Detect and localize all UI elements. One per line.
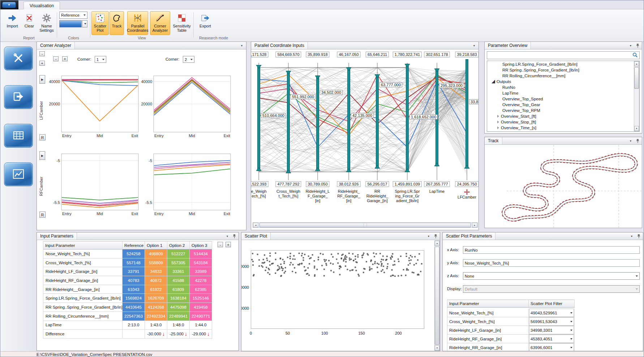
sidebar-button-tools[interactable]	[4, 47, 33, 70]
parameter-value-cell[interactable]: -30.000↓	[145, 330, 167, 339]
pin-icon[interactable]	[231, 234, 237, 239]
parameter-value-cell[interactable]: 557148	[123, 258, 145, 267]
column-header[interactable]: Option 2	[167, 241, 190, 249]
parameter-value-cell[interactable]: 33791	[123, 267, 145, 276]
scrollbar-thumb[interactable]: ⋮⋮	[259, 223, 471, 227]
parameter-search-box[interactable]	[487, 51, 640, 59]
parameter-value-cell[interactable]: 419458	[190, 303, 212, 312]
parameter-value-cell[interactable]: 34833	[145, 267, 167, 276]
parameter-value-cell[interactable]	[123, 330, 145, 339]
pin-icon[interactable]	[635, 138, 640, 144]
parameter-value-cell[interactable]: 61822	[145, 285, 167, 294]
pin-icon[interactable]	[635, 43, 640, 48]
color-swatch[interactable]	[59, 20, 82, 27]
tree-item[interactable]: Overview_Top_Gear	[487, 102, 634, 108]
column-header[interactable]: Option 3	[190, 241, 212, 249]
tree-item[interactable]: LapTime	[487, 90, 634, 96]
zoom-out-button[interactable]: -	[39, 51, 45, 56]
axis-max-value[interactable]: 65,646.211	[366, 52, 389, 57]
parameter-value-cell[interactable]: 40783	[123, 276, 145, 285]
row2-reset-button[interactable]: R	[39, 212, 46, 218]
scatter-plot-canvas[interactable]	[251, 251, 424, 328]
scatter-plot-area[interactable]	[251, 250, 424, 329]
axis-min-value[interactable]: 1,459,891.039	[393, 181, 422, 187]
sidebar-button-line-chart[interactable]	[4, 162, 33, 186]
axis-min-value[interactable]: 56,295.017	[365, 181, 389, 187]
parameter-value-cell[interactable]: 558809	[145, 258, 167, 267]
parameter-value-cell[interactable]: 1626709	[145, 294, 167, 303]
parameter-value-cell[interactable]: 22489941	[167, 312, 190, 321]
parallel-coordinates-button[interactable]: Parallel Coordinates	[127, 11, 148, 35]
scroll-up-button[interactable]: ▲	[435, 241, 439, 246]
axis-min-value[interactable]: 30,789.050	[306, 181, 329, 187]
reference-dropdown[interactable]: Reference	[59, 12, 87, 19]
axis-max-value[interactable]: 302,651.178	[424, 52, 450, 57]
parameter-value-cell[interactable]: 543184	[190, 258, 212, 267]
scroll-up-button[interactable]: ▲	[634, 61, 639, 66]
input-parameter-row[interactable]: RideHeight_LF_Garage_[in]337913483333361…	[43, 267, 212, 276]
input-parameter-row[interactable]: Difference-30.000↓-25.000↓-29.000↓	[43, 330, 212, 339]
corner-chart-lf-2[interactable]: 4000020000EntryMidExit	[139, 74, 231, 139]
axis-label[interactable]: RideHeight_LF_Garage_[in]	[300, 189, 335, 203]
parameter-value-cell[interactable]: 1638184	[167, 294, 190, 303]
parameter-value-cell[interactable]: 514434	[190, 249, 212, 258]
parameter-value-cell[interactable]: 22547363	[123, 312, 145, 321]
parameter-value-cell[interactable]: 512227	[167, 249, 190, 258]
filter-value-select[interactable]: 63996,6001	[529, 343, 574, 351]
collapse-icon[interactable]	[491, 80, 495, 83]
parameter-value-cell[interactable]: 33989	[190, 267, 212, 276]
filter-value-select[interactable]: 49043,529961	[529, 309, 574, 317]
color-swatch-dropdown[interactable]	[82, 20, 87, 27]
parameter-value-cell[interactable]: 22492334	[145, 312, 167, 321]
parameter-value-cell[interactable]: 1:43.0	[145, 321, 167, 330]
tree-item[interactable]: Spring.LR.Spring_Force_Gradient_[lb/in]	[487, 61, 634, 67]
panel-menu-icon[interactable]: ▼	[224, 234, 230, 239]
axis-max-value[interactable]: 39,218.583	[455, 52, 478, 57]
axis-max-value[interactable]: 1,780,322.741	[393, 52, 422, 57]
scroll-left-button[interactable]: ◄	[253, 223, 258, 227]
remove-option-button[interactable]: -	[218, 242, 223, 247]
row2-expander-button[interactable]: ▶	[39, 151, 45, 160]
axis-max-value[interactable]: 46,167.050	[337, 52, 360, 57]
sidebar-button-data-table[interactable]	[4, 124, 33, 148]
vertical-scrollbar[interactable]: ▲ ▼	[434, 240, 440, 351]
parallel-coordinates-canvas[interactable]	[251, 59, 479, 189]
pin-icon[interactable]	[433, 234, 438, 239]
application-menu-button[interactable]: ▼	[2, 2, 16, 8]
tree-item[interactable]: Overview_Top_RPM	[487, 108, 634, 113]
parameter-value-cell[interactable]: 40872	[145, 276, 167, 285]
input-parameter-row[interactable]: Nose_Weight_Tech_[%]52425849880951222751…	[43, 249, 212, 258]
parameter-value-cell[interactable]: 62385	[190, 285, 212, 294]
tree-item[interactable]: RR Rolling_Circumference__[mm]	[487, 73, 634, 79]
tree-item[interactable]: RR Spring..Spring_Force_Gradient_[lb/in]	[487, 67, 634, 73]
sidebar-button-report-export[interactable]	[4, 85, 33, 109]
axis-max-value[interactable]: ,171.528	[251, 52, 268, 57]
panel-menu-icon[interactable]: ▼	[239, 43, 245, 48]
x-axis-field[interactable]: RunNo	[463, 246, 640, 254]
name-settings-button[interactable]: Name Settings	[37, 11, 56, 35]
input-parameter-row[interactable]: Spring.LR.Spring_Force_Gradient_[lb/in]1…	[43, 294, 212, 303]
parameter-value-cell[interactable]: 1569824	[123, 294, 145, 303]
parameter-value-cell[interactable]: 2:13.0	[123, 321, 145, 330]
pin-icon[interactable]	[636, 234, 641, 239]
axis-min-value[interactable]: 38,012.926	[337, 181, 360, 187]
input-parameter-row[interactable]: RR RideHeight__Garage_[in]61043618226180…	[43, 285, 212, 294]
filter-value-select[interactable]: 569961,53043	[529, 317, 574, 326]
tree-item[interactable]: Overview_Stop_[ft]	[487, 119, 634, 125]
corner-chart-rf-1[interactable]: -5-5.5EntryMidExit	[47, 152, 139, 217]
corner-chart-rf-2[interactable]: -5-5.5EntryMidExit	[139, 152, 231, 217]
scroll-down-button[interactable]: ▼	[634, 126, 639, 131]
parameter-value-cell[interactable]: 22490771	[190, 312, 212, 321]
parameter-value-cell[interactable]: 498809	[145, 249, 167, 258]
filter-value-select[interactable]: 45383,4051	[529, 335, 574, 343]
panel-menu-icon[interactable]: ▼	[628, 138, 634, 144]
display-select[interactable]: Default	[463, 285, 640, 293]
parameter-value-cell[interactable]: 33361	[167, 267, 190, 276]
sensitivity-table-button[interactable]: Sensitivity Table	[172, 11, 192, 35]
parameter-value-cell[interactable]: 1:44.0	[190, 321, 212, 330]
import-button[interactable]: Import	[4, 11, 21, 35]
corner-chart-lf-1[interactable]: 4000020000EntryMidExit	[47, 74, 139, 139]
row1-reset-button[interactable]: R	[39, 134, 46, 140]
tree-scrollbar[interactable]: ▲ ▼	[634, 61, 639, 131]
corner-minus-button[interactable]: -	[53, 56, 59, 61]
